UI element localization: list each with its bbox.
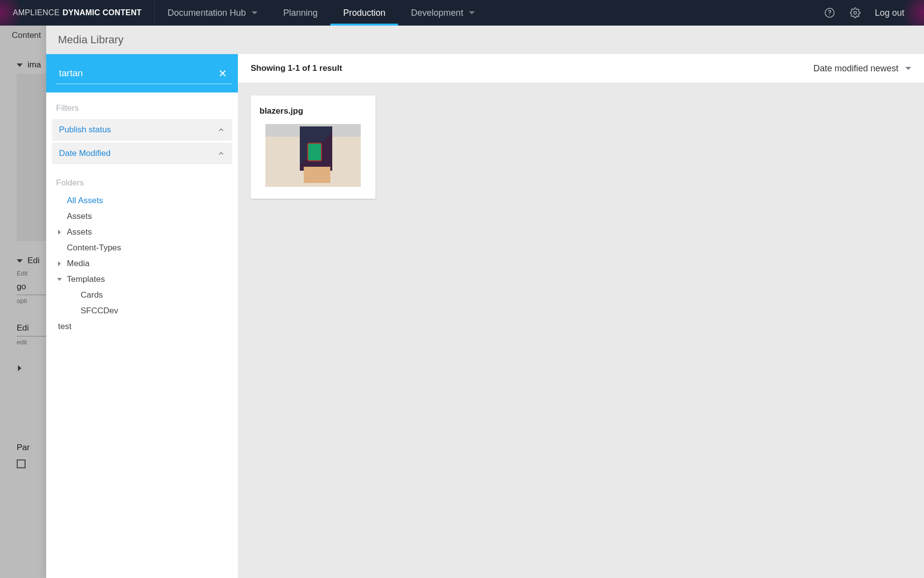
nav-label: Documentation Hub (168, 8, 246, 18)
svg-point-1 (829, 15, 830, 15)
top-nav: Documentation Hub Planning Production De… (155, 0, 488, 26)
nav-development[interactable]: Development (398, 0, 488, 26)
folders-label: Folders (52, 178, 232, 193)
nav-planning[interactable]: Planning (270, 0, 330, 26)
brand-light: AMPLIENCE (13, 8, 59, 17)
logout-link[interactable]: Log out (875, 8, 904, 18)
close-icon[interactable] (217, 68, 228, 79)
nav-label: Planning (283, 8, 318, 18)
brand: AMPLIENCE DYNAMIC CONTENT (0, 0, 155, 26)
folder-child[interactable]: SFCCDev (52, 303, 232, 319)
folder-tree: All Assets Assets Assets Content-Types M… (52, 193, 232, 335)
gear-icon[interactable] (849, 7, 861, 19)
nav-label: Development (411, 8, 463, 18)
filter-date-modified[interactable]: Date Modified (52, 143, 232, 164)
media-card[interactable]: blazers.jpg (251, 95, 375, 199)
results-grid: blazers.jpg (238, 83, 924, 212)
sort-label: Date modified newest (813, 63, 898, 74)
svg-point-2 (854, 11, 857, 14)
search-input[interactable] (56, 63, 232, 84)
folder-item[interactable]: Content-Types (52, 240, 232, 256)
chevron-down-icon (905, 67, 911, 70)
folder-item-templates[interactable]: Templates (52, 272, 232, 287)
chevron-down-icon (57, 278, 62, 281)
filter-label: Date Modified (59, 149, 111, 158)
top-bar-right: Log out (824, 0, 924, 26)
folder-all-assets[interactable]: All Assets (52, 193, 232, 209)
filters-section: Filters Publish status Date Modified (46, 92, 238, 169)
folder-child[interactable]: Cards (52, 287, 232, 303)
modal-header: Media Library (46, 26, 924, 54)
media-thumbnail (265, 124, 361, 187)
top-bar: AMPLIENCE DYNAMIC CONTENT Documentation … (0, 0, 924, 26)
brand-bold: DYNAMIC CONTENT (62, 8, 142, 17)
chevron-right-icon (58, 261, 61, 266)
chevron-up-icon (217, 150, 225, 157)
search-bar (46, 54, 238, 92)
chevron-right-icon (58, 230, 61, 235)
chevron-up-icon (217, 126, 225, 134)
sort-dropdown[interactable]: Date modified newest (813, 63, 911, 74)
media-sidebar: Filters Publish status Date Modified Fol… (46, 54, 238, 578)
nav-label: Production (343, 8, 385, 18)
modal-title: Media Library (58, 33, 123, 46)
results-panel: Showing 1-1 of 1 result Date modified ne… (238, 54, 924, 578)
chevron-down-icon (469, 11, 475, 14)
nav-documentation-hub[interactable]: Documentation Hub (155, 0, 270, 26)
folder-item[interactable]: test (52, 319, 232, 335)
filters-label: Filters (52, 103, 232, 119)
help-icon[interactable] (824, 7, 836, 19)
results-count: Showing 1-1 of 1 result (251, 63, 342, 73)
filter-publish-status[interactable]: Publish status (52, 119, 232, 141)
chevron-down-icon (252, 11, 258, 14)
folder-item[interactable]: Assets (52, 209, 232, 224)
filter-label: Publish status (59, 125, 111, 135)
media-card-title: blazers.jpg (258, 106, 369, 116)
folder-item[interactable]: Media (52, 256, 232, 272)
folder-item[interactable]: Assets (52, 224, 232, 240)
media-library-modal: Media Library Filters Publish status (46, 26, 924, 578)
nav-production[interactable]: Production (330, 0, 398, 26)
results-toolbar: Showing 1-1 of 1 result Date modified ne… (238, 54, 924, 83)
folders-section: Folders All Assets Assets Assets Content… (46, 169, 238, 335)
